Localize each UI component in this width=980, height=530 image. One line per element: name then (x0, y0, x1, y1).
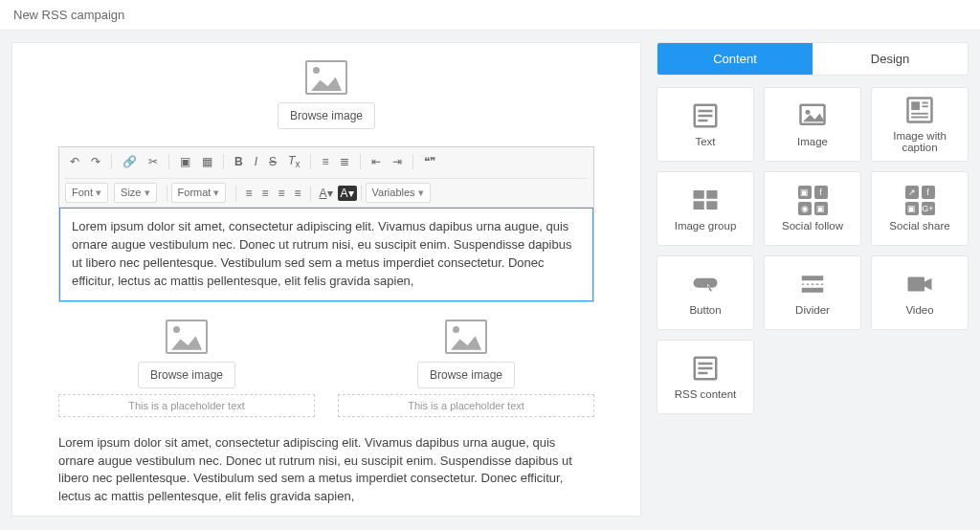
widget-image[interactable]: Image (764, 87, 861, 162)
text-color-button[interactable]: A▾ (315, 184, 338, 203)
page-title: New RSS campaign (13, 8, 124, 22)
quote-button[interactable]: ❝❞ (419, 152, 440, 171)
widget-image-caption[interactable]: Image with caption (871, 87, 969, 162)
format-dropdown[interactable]: Format (171, 183, 227, 203)
caption-placeholder[interactable]: This is a placeholder text (338, 394, 594, 417)
size-dropdown[interactable]: Size (114, 183, 156, 203)
image-placeholder-icon (445, 320, 487, 354)
indent-button[interactable]: ⇥ (388, 152, 407, 171)
strike-button[interactable]: S (264, 152, 281, 171)
page-header: New RSS campaign (0, 0, 980, 31)
svg-rect-19 (802, 288, 824, 293)
widget-label: Image group (675, 220, 737, 232)
font-dropdown[interactable]: Font (65, 183, 108, 203)
outdent-button[interactable]: ⇤ (367, 152, 386, 171)
widget-grid: Text Image Image with caption Image grou… (657, 87, 969, 414)
rss-icon (688, 354, 723, 383)
svg-rect-15 (706, 201, 717, 210)
link-icon[interactable]: 🔗 (118, 152, 142, 171)
bullet-list-button[interactable]: ≣ (335, 152, 354, 171)
widget-rss[interactable]: RSS content (657, 340, 754, 414)
bold-button[interactable]: B (230, 152, 248, 171)
widget-label: Video (905, 304, 933, 316)
image-icon[interactable]: ▣ (175, 152, 195, 171)
social-follow-icon: ▣f◉▣ (795, 186, 830, 214)
email-canvas[interactable]: Browse image ↶ ↷ 🔗 ✂ ▣ ▦ B (11, 42, 641, 517)
browse-image-button[interactable]: Browse image (278, 102, 375, 129)
align-center-button[interactable]: ≡ (256, 184, 273, 203)
image-caption-icon (902, 96, 937, 124)
widget-label: Button (689, 304, 721, 316)
text-icon (688, 101, 723, 130)
redo-icon[interactable]: ↷ (86, 152, 105, 171)
image-group-icon (688, 186, 723, 214)
svg-rect-16 (694, 278, 718, 288)
bg-color-button[interactable]: A▾ (338, 186, 357, 201)
button-icon (688, 270, 723, 298)
undo-icon[interactable]: ↶ (65, 152, 84, 171)
caption-placeholder[interactable]: This is a placeholder text (58, 394, 315, 417)
svg-rect-13 (706, 190, 717, 199)
svg-rect-12 (694, 190, 704, 199)
widget-label: Divider (795, 304, 830, 316)
italic-button[interactable]: I (250, 152, 262, 171)
widget-social-share[interactable]: ↗f▣G+ Social share (871, 171, 969, 246)
svg-rect-20 (908, 277, 925, 292)
social-share-icon: ↗f▣G+ (902, 186, 937, 214)
text-block[interactable]: Lorem ipsum dolor sit amet, consectetur … (58, 434, 594, 506)
tab-content[interactable]: Content (657, 43, 813, 75)
variables-dropdown[interactable]: Variables (366, 183, 431, 203)
image-placeholder-icon (166, 320, 208, 354)
widget-text[interactable]: Text (657, 87, 754, 162)
widget-label: Social share (889, 220, 949, 232)
rich-text-editor[interactable]: ↶ ↷ 🔗 ✂ ▣ ▦ B I S Tx ≡ (58, 146, 594, 302)
svg-rect-14 (694, 201, 704, 210)
column-left[interactable]: Browse image This is a placeholder text (58, 320, 315, 417)
svg-rect-7 (911, 101, 920, 110)
widget-label: Social follow (782, 220, 843, 232)
rte-toolbar: ↶ ↷ 🔗 ✂ ▣ ▦ B I S Tx ≡ (59, 147, 593, 208)
browse-image-button[interactable]: Browse image (138, 362, 235, 388)
unlink-icon[interactable]: ✂ (144, 152, 163, 171)
rte-content[interactable]: Lorem ipsum dolor sit amet, consectetur … (59, 208, 593, 300)
table-icon[interactable]: ▦ (197, 152, 217, 171)
widget-divider[interactable]: Divider (764, 255, 861, 330)
align-right-button[interactable]: ≡ (273, 184, 289, 203)
svg-rect-17 (802, 276, 824, 280)
image-icon (795, 101, 830, 130)
image-block-top[interactable]: Browse image (58, 60, 594, 129)
video-icon (902, 270, 937, 298)
widget-label: Image (797, 136, 828, 147)
clear-format-button[interactable]: Tx (283, 151, 304, 172)
align-justify-button[interactable]: ≡ (290, 184, 306, 203)
side-tabs: Content Design (657, 42, 969, 76)
widget-social-follow[interactable]: ▣f◉▣ Social follow (764, 171, 861, 246)
tab-design[interactable]: Design (813, 43, 968, 75)
column-right[interactable]: Browse image This is a placeholder text (338, 320, 594, 417)
numbered-list-button[interactable]: ≡ (317, 152, 333, 171)
widget-label: Image with caption (876, 130, 964, 153)
image-placeholder-icon (305, 60, 347, 95)
svg-point-5 (806, 110, 811, 115)
widget-video[interactable]: Video (871, 255, 969, 330)
side-panel: Content Design Text Image Image wit (657, 42, 969, 517)
browse-image-button[interactable]: Browse image (417, 362, 515, 388)
two-column-block[interactable]: Browse image This is a placeholder text … (58, 320, 594, 417)
widget-button[interactable]: Button (657, 255, 754, 330)
align-left-button[interactable]: ≡ (240, 184, 256, 203)
widget-label: Text (695, 136, 715, 147)
divider-icon (795, 270, 830, 298)
widget-label: RSS content (675, 388, 737, 400)
widget-image-group[interactable]: Image group (657, 171, 754, 246)
